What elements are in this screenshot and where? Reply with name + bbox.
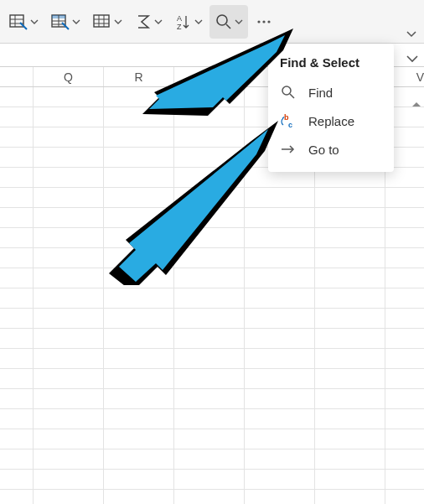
cell[interactable] [0,349,34,368]
table-row[interactable] [0,228,424,248]
cell[interactable] [0,168,34,187]
cell[interactable] [34,349,104,368]
cell[interactable] [104,349,174,368]
cell[interactable] [174,168,245,187]
cell[interactable] [315,349,385,368]
sort-filter-button[interactable]: AZ [169,5,208,39]
ribbon-collapse-chevron[interactable] [406,29,417,40]
panel-collapse-chevron[interactable] [406,52,419,65]
more-options-button[interactable] [250,5,278,39]
cell[interactable] [245,349,315,368]
cell[interactable] [315,429,385,449]
cell[interactable] [315,470,385,489]
cell[interactable] [174,349,245,368]
table-row[interactable] [0,268,424,288]
cell[interactable] [315,248,385,268]
cell[interactable] [245,288,315,308]
table-row[interactable] [0,369,424,389]
cell[interactable] [104,148,174,167]
table-row[interactable] [0,349,424,369]
cell[interactable] [385,268,424,288]
table-row[interactable] [0,389,424,409]
cell[interactable] [315,228,385,247]
table-row[interactable] [0,248,424,268]
cell[interactable] [104,329,174,348]
cell[interactable] [34,87,104,107]
cell[interactable] [245,490,315,504]
cell[interactable] [174,107,245,127]
cell[interactable] [34,168,104,187]
cell[interactable] [0,208,34,227]
cell[interactable] [0,228,34,247]
cell[interactable] [245,329,315,348]
col-header-r[interactable]: R [104,67,174,86]
cell[interactable] [385,449,424,469]
cell[interactable] [385,369,424,388]
cell[interactable] [104,268,174,288]
cell[interactable] [315,188,385,207]
cell[interactable] [0,389,34,408]
cell[interactable] [174,449,245,469]
cell[interactable] [104,429,174,449]
cell[interactable] [104,168,174,187]
cell[interactable] [34,329,104,348]
table-row[interactable] [0,409,424,429]
cell[interactable] [174,429,245,449]
cell[interactable] [104,248,174,268]
autosum-button[interactable] [129,5,168,39]
cell[interactable] [104,208,174,227]
cell[interactable] [0,329,34,348]
cell[interactable] [174,188,245,207]
cell[interactable] [0,148,34,167]
cell[interactable] [34,369,104,388]
cell[interactable] [104,107,174,127]
cell[interactable] [245,389,315,408]
cell[interactable] [104,470,174,489]
cell[interactable] [174,389,245,408]
cell[interactable] [0,449,34,469]
cell[interactable] [0,429,34,449]
cell[interactable] [315,449,385,469]
cell[interactable] [245,409,315,429]
cell[interactable] [315,389,385,408]
cell[interactable] [0,309,34,328]
cell[interactable] [34,449,104,469]
cell[interactable] [34,470,104,489]
cell[interactable] [245,208,315,227]
col-header-s[interactable]: S [174,67,245,86]
cell[interactable] [245,309,315,328]
dropdown-item-find[interactable]: Find [268,78,394,107]
cell[interactable] [104,228,174,247]
cell[interactable] [104,389,174,408]
cell[interactable] [34,107,104,127]
cell[interactable] [385,228,424,247]
cell[interactable] [0,490,34,504]
cell[interactable] [0,87,34,107]
cell[interactable] [385,309,424,328]
cell[interactable] [245,369,315,388]
cell[interactable] [385,429,424,449]
cell[interactable] [0,107,34,127]
cell-styles-button[interactable] [87,5,127,39]
cell[interactable] [104,188,174,207]
cell[interactable] [174,470,245,489]
table-row[interactable] [0,429,424,449]
cell[interactable] [385,188,424,207]
cell[interactable] [104,369,174,388]
cell[interactable] [34,490,104,504]
cell[interactable] [0,470,34,489]
dropdown-item-goto[interactable]: Go to [268,135,394,164]
cell[interactable] [245,248,315,268]
cell[interactable] [174,208,245,227]
cell[interactable] [174,127,245,147]
cell[interactable] [385,470,424,489]
cell[interactable] [174,268,245,288]
cell[interactable] [34,248,104,268]
cell[interactable] [34,268,104,288]
table-row[interactable] [0,208,424,228]
cell[interactable] [245,268,315,288]
col-header[interactable] [0,67,34,86]
find-select-button[interactable] [209,5,248,39]
cell[interactable] [174,309,245,328]
cell[interactable] [34,288,104,308]
